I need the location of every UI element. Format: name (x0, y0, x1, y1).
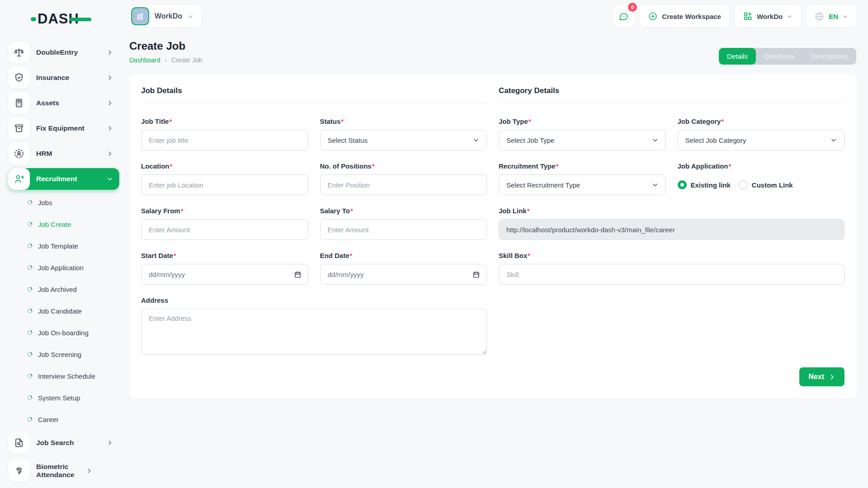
job-category-select[interactable]: Select Job Category (678, 130, 845, 150)
sidebar-subitem-system-setup[interactable]: System Setup (8, 389, 119, 407)
location-input[interactable] (141, 174, 308, 195)
job-title-field: Job Title* (141, 117, 308, 150)
messages-button[interactable]: 0 (613, 5, 634, 27)
status-field: Status* Select Status (320, 117, 487, 150)
job-details-section: Job Details Job Title* Status* Select St… (141, 86, 487, 355)
status-select[interactable]: Select Status (320, 130, 487, 150)
sidebar-item-label: Fix Equipment (36, 124, 107, 132)
sidebar-subitem-job-template[interactable]: Job Template (8, 237, 119, 255)
logo-green-bar (70, 18, 91, 21)
loader-bullet-icon (27, 265, 33, 270)
job-link-readonly-input: http://localhost/product/workdo-dash-v3/… (499, 219, 844, 240)
loader-bullet-icon (27, 200, 33, 205)
sidebar-item-recruitment[interactable]: Recruitment (8, 168, 119, 190)
calendar-icon[interactable] (472, 271, 480, 278)
chevron-down-icon (652, 182, 658, 188)
job-title-input[interactable] (141, 130, 308, 150)
page-header: Create Job Dashboard › Create Job Detail… (129, 40, 856, 65)
step-tabs: Details Questions Descriptions (719, 48, 856, 65)
chevron-down-icon (652, 137, 658, 143)
circle-plus-icon (648, 11, 658, 21)
status-label: Status* (320, 117, 487, 125)
job-title-label: Job Title* (141, 117, 308, 125)
workdo-menu-button[interactable]: WorkDo (735, 5, 801, 27)
sidebar-subitem-job-archived[interactable]: Job Archived (8, 280, 119, 298)
salary-to-field: Salary To* (320, 207, 487, 240)
loader-bullet-icon (27, 373, 33, 379)
sidebar-item-job-search[interactable]: Job Search (8, 432, 119, 454)
brand-logo[interactable]: DASH (31, 9, 119, 29)
loader-bullet-icon (27, 243, 33, 249)
chevron-down-icon (473, 137, 479, 143)
sidebar-subitem-label: Job Template (38, 242, 78, 250)
next-button[interactable]: Next (799, 367, 844, 386)
workspace-selector[interactable]: WorkDo (129, 5, 202, 27)
sidebar-subitem-label: Job Screening (38, 351, 81, 358)
workspace-name: WorkDo (155, 12, 182, 20)
sidebar-item-label: Insurance (36, 74, 107, 82)
sidebar-nav: DoubleEntry Insurance Assets (8, 42, 119, 488)
tab-descriptions[interactable]: Descriptions (802, 48, 856, 65)
create-workspace-button[interactable]: Create Workspace (640, 5, 729, 27)
recruitment-type-field: Recruitment Type* Select Recruitment Typ… (499, 162, 666, 195)
scales-icon (8, 42, 30, 63)
location-label: Location* (141, 162, 308, 170)
address-textarea[interactable] (141, 309, 487, 355)
sidebar-subitem-interview-schedule[interactable]: Interview Schedule (8, 367, 119, 385)
chevron-right-icon (107, 49, 113, 56)
main-area: WorkDo 0 Create Workspace (119, 0, 868, 488)
start-date-input[interactable]: dd/mm/yyyy (141, 264, 308, 285)
sidebar-item-hrm[interactable]: HRM (8, 143, 119, 164)
salary-from-input[interactable] (141, 219, 308, 240)
chevron-right-icon (829, 374, 835, 380)
fingerprint-icon (8, 460, 30, 482)
sidebar-item-fix-equipment[interactable]: Fix Equipment (8, 117, 119, 139)
positions-label: No. of Positions* (320, 162, 487, 170)
end-date-input[interactable]: dd/mm/yyyy (320, 264, 487, 285)
language-selector[interactable]: EN (806, 5, 856, 27)
tab-questions[interactable]: Questions (756, 48, 803, 65)
category-details-section: Category Details Job Type* Select Job Ty… (499, 86, 844, 355)
salary-to-input[interactable] (320, 219, 487, 240)
sidebar-subitem-label: Interview Schedule (38, 372, 95, 380)
chevron-down-icon (787, 14, 793, 19)
loader-bullet-icon (27, 395, 33, 400)
loader-bullet-icon (27, 417, 33, 422)
custom-link-radio[interactable]: Custom Link (739, 180, 793, 189)
existing-link-radio[interactable]: Existing link (678, 180, 731, 189)
sidebar-item-biometric-attendance[interactable]: Biometric Attendance (8, 457, 119, 484)
sidebar-subitem-jobs[interactable]: Jobs (8, 193, 119, 211)
sidebar-subitem-job-screening[interactable]: Job Screening (8, 345, 119, 363)
positions-input[interactable] (320, 174, 487, 195)
sidebar-item-insurance[interactable]: Insurance (8, 67, 119, 89)
sidebar: DASH DoubleEntry Insurance (0, 0, 119, 488)
recruitment-type-select[interactable]: Select Recruitment Type (499, 174, 666, 195)
chevron-down-icon (107, 176, 113, 182)
sidebar-subitem-job-create[interactable]: Job Create (8, 215, 119, 233)
user-plus-icon (8, 168, 30, 190)
job-type-select[interactable]: Select Job Type (499, 130, 666, 150)
sidebar-subitem-job-onboarding[interactable]: Job On-boarding (8, 324, 119, 342)
skill-input[interactable] (499, 264, 844, 285)
create-job-card: Job Details Job Title* Status* Select St… (129, 75, 856, 398)
chevron-right-icon (86, 468, 92, 474)
section-heading: Job Details (141, 86, 487, 95)
breadcrumb-dashboard-link[interactable]: Dashboard (129, 56, 160, 64)
address-field: Address (141, 296, 487, 355)
calendar-icon[interactable] (294, 271, 302, 278)
sidebar-subitem-label: Career (38, 416, 59, 423)
sidebar-subitem-job-application[interactable]: Job Application (8, 258, 119, 277)
tab-details[interactable]: Details (719, 48, 756, 65)
card-footer: Next (141, 367, 844, 386)
calculator-icon (8, 92, 30, 114)
sidebar-item-doubleentry[interactable]: DoubleEntry (8, 42, 119, 63)
sidebar-subitem-career[interactable]: Career (8, 410, 119, 428)
sidebar-subitem-label: Job Archived (38, 286, 77, 293)
start-date-label: Start Date* (141, 252, 308, 259)
loader-bullet-icon (27, 286, 33, 292)
sidebar-subitem-job-candidate[interactable]: Job Candidate (8, 302, 119, 320)
skill-box-field: Skill Box* (499, 252, 844, 285)
app-root: DASH DoubleEntry Insurance (0, 0, 868, 488)
sidebar-item-assets[interactable]: Assets (8, 92, 119, 114)
workspace-avatar (131, 7, 149, 25)
